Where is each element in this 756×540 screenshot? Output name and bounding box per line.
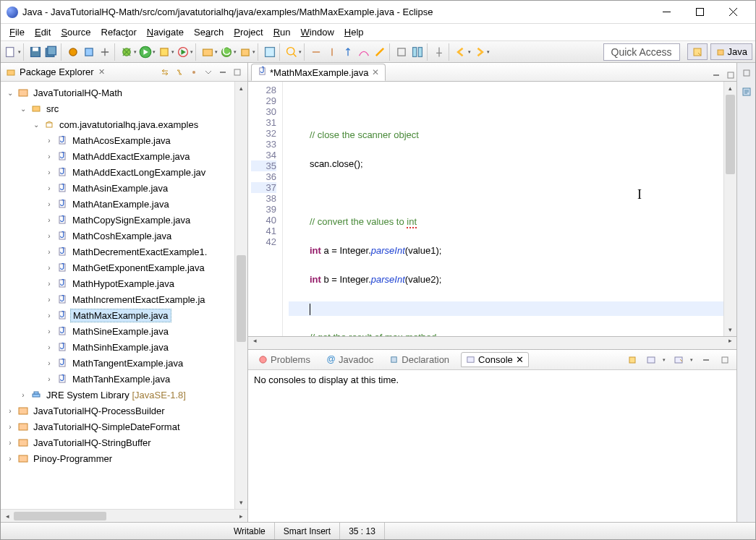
editor-scroll-down[interactable]: ▾	[724, 323, 736, 336]
editor-scroll-up[interactable]: ▴	[724, 82, 736, 95]
editor-horizontal-scrollbar[interactable]: ◂ ▸	[248, 337, 736, 350]
tb-btn-e[interactable]	[373, 45, 387, 59]
editor-tab-active[interactable]: J *MathMaxExample.java ✕	[251, 64, 386, 81]
console-btn-1[interactable]	[627, 354, 638, 366]
line-number-gutter[interactable]: 28293031323334 3536373839404142	[248, 82, 283, 336]
console-minimize-button[interactable]	[700, 354, 712, 366]
menu-run[interactable]: Run	[269, 25, 295, 39]
open-type-button[interactable]	[263, 45, 277, 59]
scroll-down-arrow[interactable]: ▾	[235, 496, 247, 509]
run-last-dropdown[interactable]: ▾	[171, 49, 174, 55]
console-tab-close[interactable]: ✕	[516, 354, 524, 365]
tree-file[interactable]: ›JMathDecrementExactExample1.	[2, 244, 233, 260]
tb-btn-2[interactable]	[82, 45, 96, 59]
tree-file[interactable]: ›JMathAtanExample.java	[2, 196, 233, 212]
tree-file[interactable]: ›JMathCopySignExample.java	[2, 212, 233, 228]
run-last-button[interactable]	[157, 45, 171, 59]
tree-horizontal-scrollbar[interactable]: ◂ ▸	[1, 509, 247, 522]
editor-tab-close[interactable]: ✕	[372, 67, 379, 77]
tb-btn-c[interactable]	[341, 45, 355, 59]
tree-file[interactable]: ›JMathSineExample.java	[2, 323, 233, 339]
tree-file-selected[interactable]: ›JMathMaxExample.java	[2, 307, 233, 323]
new-java-button[interactable]	[238, 45, 252, 59]
tree-file[interactable]: ›JMathSinhExample.java	[2, 339, 233, 355]
debug-button[interactable]	[119, 45, 134, 59]
search-button[interactable]	[284, 45, 299, 59]
search-dropdown[interactable]: ▾	[299, 49, 302, 55]
editor-scroll-left[interactable]: ◂	[248, 337, 261, 349]
tree-file[interactable]: ›JMathTanhExample.java	[2, 371, 233, 387]
maximize-button[interactable]	[683, 1, 716, 24]
tb-btn-g[interactable]	[410, 45, 425, 59]
tree-file[interactable]: ›JMathCoshExample.java	[2, 228, 233, 244]
ext-tools-button[interactable]	[176, 45, 190, 59]
new-class-button[interactable]: C	[219, 45, 234, 59]
scroll-right-arrow[interactable]: ▸	[234, 513, 247, 520]
editor-scroll-thumb[interactable]	[726, 95, 735, 174]
console-btn-2[interactable]	[645, 354, 657, 366]
tree-package[interactable]: ⌄com.javatutorialhq.java.examples	[2, 116, 233, 132]
forward-button[interactable]	[472, 45, 487, 59]
tree-file[interactable]: ›JMathAsinExample.java	[2, 180, 233, 196]
tb-btn-d[interactable]	[357, 45, 371, 59]
javadoc-tab[interactable]: @Javadoc	[322, 353, 378, 367]
editor-minimize-button[interactable]	[710, 69, 722, 81]
link-editor-button[interactable]	[174, 67, 185, 78]
tb-btn-a[interactable]	[309, 45, 323, 59]
new-class-dropdown[interactable]: ▾	[234, 49, 237, 55]
save-button[interactable]	[28, 45, 43, 59]
scroll-thumb[interactable]	[237, 255, 246, 342]
outline-view-icon[interactable]	[741, 86, 752, 98]
editor-vertical-scrollbar[interactable]: ▴ ▾	[723, 82, 736, 336]
code-area[interactable]: // close the scanner object scan.close()…	[283, 82, 723, 336]
console-btn-3-drop[interactable]: ▾	[690, 357, 693, 363]
console-btn-3[interactable]	[673, 354, 684, 366]
menu-window[interactable]: Window	[297, 25, 339, 39]
new-button[interactable]	[4, 45, 18, 59]
java-perspective-button[interactable]: Java	[710, 43, 752, 60]
tb-btn-1[interactable]	[66, 45, 80, 59]
back-dropdown[interactable]: ▾	[468, 49, 471, 55]
menu-navigate[interactable]: Navigate	[143, 25, 188, 39]
declaration-tab[interactable]: Declaration	[385, 353, 454, 367]
scroll-left-arrow[interactable]: ◂	[1, 513, 14, 520]
new-package-button[interactable]	[200, 45, 215, 59]
close-button[interactable]	[716, 1, 749, 24]
tb-btn-f[interactable]	[394, 45, 409, 59]
debug-dropdown[interactable]: ▾	[134, 49, 137, 55]
console-tab[interactable]: Console ✕	[461, 352, 529, 367]
restore-view-button[interactable]	[741, 67, 752, 79]
ext-tools-dropdown[interactable]: ▾	[190, 49, 193, 55]
menu-file[interactable]: File	[5, 25, 29, 39]
forward-dropdown[interactable]: ▾	[487, 49, 490, 55]
menu-source[interactable]: Source	[56, 25, 95, 39]
minimize-button[interactable]	[650, 1, 683, 24]
new-dropdown[interactable]: ▾	[18, 49, 21, 55]
tree-jre[interactable]: ›JRE System Library [JavaSE-1.8]	[2, 387, 233, 403]
tree-file[interactable]: ›JMathAddExactExample.java	[2, 148, 233, 164]
open-perspective-button[interactable]	[687, 43, 708, 60]
run-dropdown[interactable]: ▾	[153, 49, 156, 55]
tree-src[interactable]: ⌄src	[2, 100, 233, 116]
menu-project[interactable]: Project	[229, 25, 267, 39]
tb-btn-b[interactable]	[325, 45, 339, 59]
console-btn-2-drop[interactable]: ▾	[663, 357, 666, 363]
pin-button[interactable]	[432, 45, 446, 59]
editor-scroll-right[interactable]: ▸	[723, 337, 736, 349]
tree-file[interactable]: ›JMathIncrementExactExample.ja	[2, 291, 233, 307]
console-output[interactable]: No consoles to display at this time.	[248, 370, 736, 522]
menu-help[interactable]: Help	[340, 25, 368, 39]
view-menu-button[interactable]	[203, 67, 214, 78]
problems-tab[interactable]: Problems	[254, 353, 315, 367]
tree-project[interactable]: ›JavaTutorialHQ-SimpleDateFormat	[2, 419, 233, 434]
tree-file[interactable]: ›JMathAcosExample.java	[2, 132, 233, 148]
package-explorer-close[interactable]: ✕	[98, 67, 105, 77]
menu-search[interactable]: Search	[190, 25, 228, 39]
quick-access-input[interactable]: Quick Access	[603, 43, 680, 61]
tb-btn-3[interactable]	[98, 45, 112, 59]
minimize-view-button[interactable]	[217, 67, 229, 78]
back-button[interactable]	[454, 45, 468, 59]
scroll-up-arrow[interactable]: ▴	[235, 82, 247, 95]
save-all-button[interactable]	[44, 45, 59, 59]
run-button[interactable]	[138, 45, 153, 59]
